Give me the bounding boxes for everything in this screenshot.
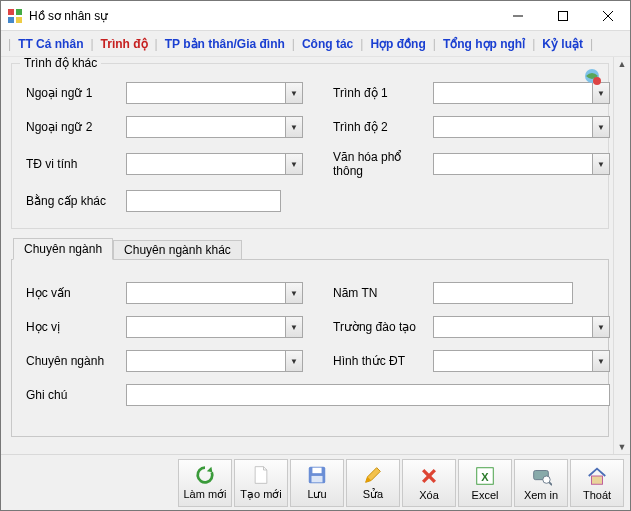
label-level-1: Trình độ 1 xyxy=(333,86,433,100)
row-it-level: TĐ vi tính ▼ xyxy=(26,150,303,178)
input-training-form[interactable] xyxy=(433,350,592,372)
row-foreign-lang-2: Ngoại ngữ 2 ▼ xyxy=(26,116,303,138)
label-major: Chuyên ngành xyxy=(26,354,126,368)
input-note[interactable] xyxy=(126,384,610,406)
row-level-2: Trình độ 2 ▼ xyxy=(333,116,610,138)
window-title: Hồ sơ nhân sự xyxy=(29,9,495,23)
row-education: Học vấn ▼ xyxy=(26,282,303,304)
group-title: Trình độ khác xyxy=(20,57,101,70)
row-school: Trường đào tạo ▼ xyxy=(333,316,610,338)
window: Hồ sơ nhân sự | TT Cá nhân | Trình độ | … xyxy=(0,0,631,511)
row-note: Ghi chú xyxy=(26,384,610,406)
input-level-1[interactable] xyxy=(433,82,592,104)
tab-contract[interactable]: Hợp đồng xyxy=(364,37,431,51)
combo-education[interactable]: ▼ xyxy=(126,282,303,304)
maximize-button[interactable] xyxy=(540,1,585,30)
close-button[interactable] xyxy=(585,1,630,30)
svg-line-19 xyxy=(549,482,552,485)
input-level-2[interactable] xyxy=(433,116,592,138)
input-foreign-lang-2[interactable] xyxy=(126,116,285,138)
label-foreign-lang-1: Ngoại ngữ 1 xyxy=(26,86,126,100)
input-other-degree[interactable] xyxy=(126,190,281,212)
combo-degree[interactable]: ▼ xyxy=(126,316,303,338)
tab-qualification[interactable]: Trình độ xyxy=(95,37,154,51)
label-education: Học vấn xyxy=(26,286,126,300)
globe-icon[interactable] xyxy=(584,68,602,86)
chevron-down-icon[interactable]: ▼ xyxy=(285,316,303,338)
input-general-culture[interactable] xyxy=(433,153,592,175)
input-degree[interactable] xyxy=(126,316,285,338)
row-degree: Học vị ▼ xyxy=(26,316,303,338)
combo-foreign-lang-1[interactable]: ▼ xyxy=(126,82,303,104)
input-grad-year[interactable] xyxy=(433,282,573,304)
label-general-culture: Văn hóa phổ thông xyxy=(333,150,433,178)
tab-discipline[interactable]: Kỷ luật xyxy=(536,37,589,51)
chevron-down-icon[interactable]: ▼ xyxy=(592,153,610,175)
combo-general-culture[interactable]: ▼ xyxy=(433,153,610,175)
row-other-degree: Bằng cấp khác xyxy=(26,190,303,212)
input-it-level[interactable] xyxy=(126,153,285,175)
excel-button[interactable]: X Excel xyxy=(458,459,512,507)
row-foreign-lang-1: Ngoại ngữ 1 ▼ xyxy=(26,82,303,104)
chevron-down-icon[interactable]: ▼ xyxy=(592,350,610,372)
bottom-toolbar: Làm mới Tạo mới Lưu Sửa Xóa X Excel Xem … xyxy=(1,454,630,510)
svg-rect-11 xyxy=(312,468,321,474)
svg-point-9 xyxy=(593,77,601,85)
input-major[interactable] xyxy=(126,350,285,372)
body-area: Trình độ khác Ngoại ngữ 1 ▼ Trình độ 1 xyxy=(1,57,630,454)
excel-icon: X xyxy=(474,465,496,487)
combo-level-2[interactable]: ▼ xyxy=(433,116,610,138)
combo-school[interactable]: ▼ xyxy=(433,316,610,338)
label-grad-year: Năm TN xyxy=(333,286,433,300)
close-icon xyxy=(603,11,613,21)
label-school: Trường đào tạo xyxy=(333,320,433,334)
svg-point-18 xyxy=(543,476,550,483)
vertical-scrollbar[interactable]: ▲ ▼ xyxy=(613,57,630,454)
scroll-down-icon[interactable]: ▼ xyxy=(618,440,627,454)
combo-it-level[interactable]: ▼ xyxy=(126,153,303,175)
tab-leave[interactable]: Tổng hợp nghỉ xyxy=(437,37,531,51)
refresh-button[interactable]: Làm mới xyxy=(178,459,232,507)
tab-family[interactable]: TP bản thân/Gia đình xyxy=(159,37,291,51)
chevron-down-icon[interactable]: ▼ xyxy=(285,153,303,175)
row-level-1: Trình độ 1 ▼ xyxy=(333,82,610,104)
minimize-button[interactable] xyxy=(495,1,540,30)
tab-personal-info[interactable]: TT Cá nhân xyxy=(12,37,89,51)
label-foreign-lang-2: Ngoại ngữ 2 xyxy=(26,120,126,134)
svg-rect-0 xyxy=(8,9,14,15)
exit-button[interactable]: Thoát xyxy=(570,459,624,507)
combo-major[interactable]: ▼ xyxy=(126,350,303,372)
chevron-down-icon[interactable]: ▼ xyxy=(285,282,303,304)
group-other-qualification: Trình độ khác Ngoại ngữ 1 ▼ Trình độ 1 xyxy=(11,63,609,229)
combo-training-form[interactable]: ▼ xyxy=(433,350,610,372)
input-education[interactable] xyxy=(126,282,285,304)
svg-rect-1 xyxy=(16,9,22,15)
input-foreign-lang-1[interactable] xyxy=(126,82,285,104)
scroll-up-icon[interactable]: ▲ xyxy=(618,57,627,71)
chevron-down-icon[interactable]: ▼ xyxy=(285,82,303,104)
content-area: Trình độ khác Ngoại ngữ 1 ▼ Trình độ 1 xyxy=(1,57,613,454)
edit-button[interactable]: Sửa xyxy=(346,459,400,507)
input-school[interactable] xyxy=(433,316,592,338)
svg-rect-5 xyxy=(558,11,567,20)
label-other-degree: Bằng cấp khác xyxy=(26,194,126,208)
maximize-icon xyxy=(558,11,568,21)
chevron-down-icon[interactable]: ▼ xyxy=(592,316,610,338)
sub-tab-headers: Chuyên ngành Chuyên ngành khác xyxy=(11,238,609,260)
combo-foreign-lang-2[interactable]: ▼ xyxy=(126,116,303,138)
chevron-down-icon[interactable]: ▼ xyxy=(592,116,610,138)
preview-button[interactable]: Xem in xyxy=(514,459,568,507)
delete-button[interactable]: Xóa xyxy=(402,459,456,507)
main-tab-strip: | TT Cá nhân | Trình độ | TP bản thân/Gi… xyxy=(1,31,630,57)
sub-tab-major[interactable]: Chuyên ngành xyxy=(13,238,113,260)
edit-icon xyxy=(362,464,384,486)
chevron-down-icon[interactable]: ▼ xyxy=(285,116,303,138)
tab-work[interactable]: Công tác xyxy=(296,37,359,51)
chevron-down-icon[interactable]: ▼ xyxy=(285,350,303,372)
new-button[interactable]: Tạo mới xyxy=(234,459,288,507)
delete-icon xyxy=(418,465,440,487)
sub-tab-panel: Học vấn ▼ Năm TN xyxy=(11,259,609,437)
save-button[interactable]: Lưu xyxy=(290,459,344,507)
row-general-culture: Văn hóa phổ thông ▼ xyxy=(333,150,610,178)
label-degree: Học vị xyxy=(26,320,126,334)
